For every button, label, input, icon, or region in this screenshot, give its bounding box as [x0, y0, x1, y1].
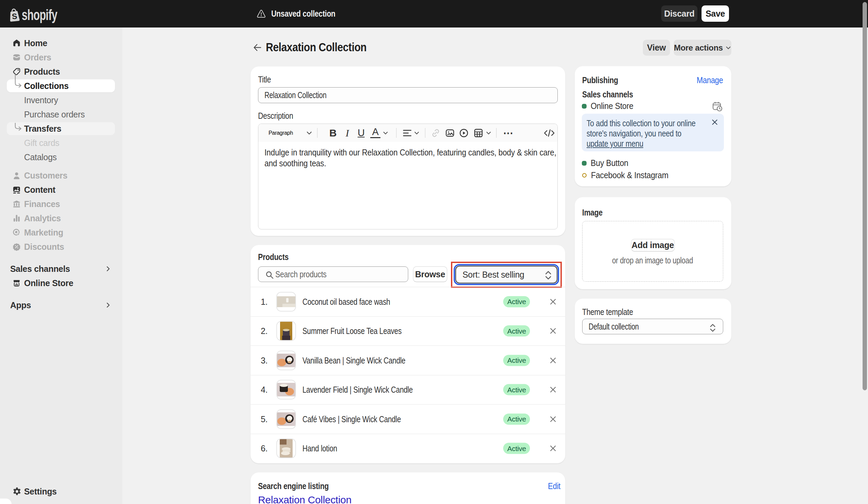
svg-text:S: S	[11, 11, 18, 21]
